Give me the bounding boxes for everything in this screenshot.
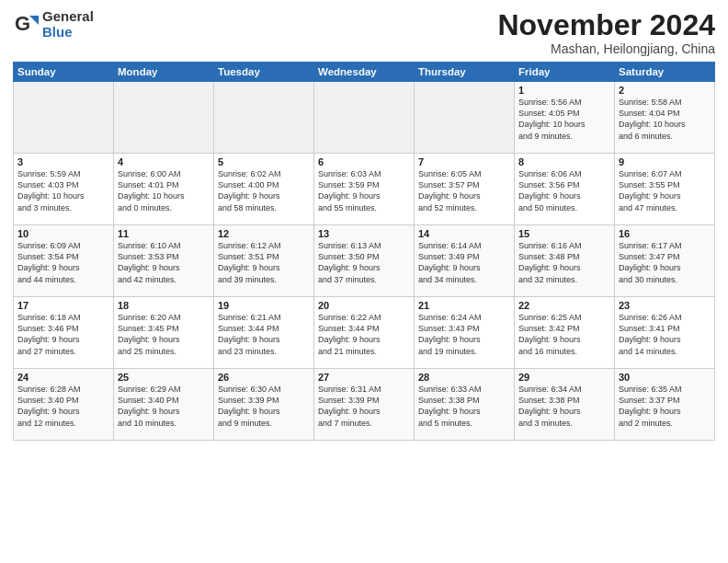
day-number: 14 [418, 228, 510, 239]
day-info: Sunrise: 6:16 AM Sunset: 3:48 PM Dayligh… [518, 240, 610, 285]
weekday-header-wednesday: Wednesday [314, 63, 415, 82]
day-number: 30 [619, 372, 711, 383]
calendar-cell [14, 82, 114, 154]
calendar-cell: 6Sunrise: 6:03 AM Sunset: 3:59 PM Daylig… [314, 154, 415, 225]
page-header: G General Blue November 2024 Mashan, Hei… [13, 9, 715, 56]
day-number: 13 [318, 228, 410, 239]
day-info: Sunrise: 6:20 AM Sunset: 3:45 PM Dayligh… [118, 312, 210, 357]
calendar-cell: 15Sunrise: 6:16 AM Sunset: 3:48 PM Dayli… [515, 225, 615, 297]
calendar-cell: 14Sunrise: 6:14 AM Sunset: 3:49 PM Dayli… [415, 225, 515, 297]
day-info: Sunrise: 5:59 AM Sunset: 4:03 PM Dayligh… [17, 168, 109, 213]
day-number: 12 [218, 228, 310, 239]
weekday-header-thursday: Thursday [415, 63, 515, 82]
calendar-cell: 2Sunrise: 5:58 AM Sunset: 4:04 PM Daylig… [615, 82, 715, 154]
day-number: 19 [218, 300, 310, 311]
calendar-cell: 25Sunrise: 6:29 AM Sunset: 3:40 PM Dayli… [114, 369, 214, 441]
day-info: Sunrise: 6:30 AM Sunset: 3:39 PM Dayligh… [218, 384, 310, 429]
month-title: November 2024 [497, 9, 715, 41]
day-number: 27 [318, 372, 410, 383]
day-info: Sunrise: 6:05 AM Sunset: 3:57 PM Dayligh… [418, 168, 510, 213]
calendar-cell: 23Sunrise: 6:26 AM Sunset: 3:41 PM Dayli… [615, 297, 715, 369]
weekday-header-row: SundayMondayTuesdayWednesdayThursdayFrid… [14, 63, 715, 82]
calendar-week-2: 3Sunrise: 5:59 AM Sunset: 4:03 PM Daylig… [14, 154, 715, 225]
day-number: 20 [318, 300, 410, 311]
day-number: 8 [518, 156, 610, 167]
calendar-cell: 22Sunrise: 6:25 AM Sunset: 3:42 PM Dayli… [515, 297, 615, 369]
calendar-week-4: 17Sunrise: 6:18 AM Sunset: 3:46 PM Dayli… [14, 297, 715, 369]
calendar-week-1: 1Sunrise: 5:56 AM Sunset: 4:05 PM Daylig… [14, 82, 715, 154]
calendar-cell: 16Sunrise: 6:17 AM Sunset: 3:47 PM Dayli… [615, 225, 715, 297]
logo-general-text: General [42, 9, 94, 25]
svg-text:G: G [15, 12, 30, 35]
location-subtitle: Mashan, Heilongjiang, China [497, 41, 715, 56]
day-info: Sunrise: 6:02 AM Sunset: 4:00 PM Dayligh… [218, 168, 310, 213]
weekday-header-tuesday: Tuesday [214, 63, 314, 82]
calendar-cell: 30Sunrise: 6:35 AM Sunset: 3:37 PM Dayli… [615, 369, 715, 441]
calendar-cell: 21Sunrise: 6:24 AM Sunset: 3:43 PM Dayli… [415, 297, 515, 369]
day-info: Sunrise: 6:14 AM Sunset: 3:49 PM Dayligh… [418, 240, 510, 285]
day-info: Sunrise: 6:26 AM Sunset: 3:41 PM Dayligh… [619, 312, 711, 357]
calendar-cell: 28Sunrise: 6:33 AM Sunset: 3:38 PM Dayli… [415, 369, 515, 441]
title-block: November 2024 Mashan, Heilongjiang, Chin… [497, 9, 715, 56]
calendar-week-3: 10Sunrise: 6:09 AM Sunset: 3:54 PM Dayli… [14, 225, 715, 297]
day-info: Sunrise: 6:06 AM Sunset: 3:56 PM Dayligh… [518, 168, 610, 213]
svg-marker-1 [29, 16, 39, 25]
day-number: 23 [619, 300, 711, 311]
day-info: Sunrise: 6:00 AM Sunset: 4:01 PM Dayligh… [118, 168, 210, 213]
logo: G General Blue [13, 9, 94, 40]
calendar-cell: 12Sunrise: 6:12 AM Sunset: 3:51 PM Dayli… [214, 225, 314, 297]
weekday-header-monday: Monday [114, 63, 214, 82]
day-info: Sunrise: 6:31 AM Sunset: 3:39 PM Dayligh… [318, 384, 410, 429]
day-number: 28 [418, 372, 510, 383]
day-number: 29 [518, 372, 610, 383]
day-number: 6 [318, 156, 410, 167]
day-info: Sunrise: 6:29 AM Sunset: 3:40 PM Dayligh… [118, 384, 210, 429]
day-info: Sunrise: 6:17 AM Sunset: 3:47 PM Dayligh… [619, 240, 711, 285]
day-info: Sunrise: 5:58 AM Sunset: 4:04 PM Dayligh… [619, 97, 711, 142]
day-number: 26 [218, 372, 310, 383]
calendar-cell: 19Sunrise: 6:21 AM Sunset: 3:44 PM Dayli… [214, 297, 314, 369]
day-number: 16 [619, 228, 711, 239]
day-number: 4 [118, 156, 210, 167]
day-number: 17 [17, 300, 109, 311]
calendar-cell: 24Sunrise: 6:28 AM Sunset: 3:40 PM Dayli… [14, 369, 114, 441]
day-number: 1 [518, 85, 610, 96]
day-number: 2 [619, 85, 711, 96]
day-info: Sunrise: 6:35 AM Sunset: 3:37 PM Dayligh… [619, 384, 711, 429]
weekday-header-friday: Friday [515, 63, 615, 82]
day-info: Sunrise: 5:56 AM Sunset: 4:05 PM Dayligh… [518, 97, 610, 142]
day-info: Sunrise: 6:09 AM Sunset: 3:54 PM Dayligh… [17, 240, 109, 285]
calendar-cell: 11Sunrise: 6:10 AM Sunset: 3:53 PM Dayli… [114, 225, 214, 297]
calendar-cell: 13Sunrise: 6:13 AM Sunset: 3:50 PM Dayli… [314, 225, 415, 297]
calendar-week-5: 24Sunrise: 6:28 AM Sunset: 3:40 PM Dayli… [14, 369, 715, 441]
calendar-cell: 17Sunrise: 6:18 AM Sunset: 3:46 PM Dayli… [14, 297, 114, 369]
day-number: 3 [17, 156, 109, 167]
calendar-cell: 20Sunrise: 6:22 AM Sunset: 3:44 PM Dayli… [314, 297, 415, 369]
calendar-cell: 29Sunrise: 6:34 AM Sunset: 3:38 PM Dayli… [515, 369, 615, 441]
calendar-cell: 3Sunrise: 5:59 AM Sunset: 4:03 PM Daylig… [14, 154, 114, 225]
day-info: Sunrise: 6:10 AM Sunset: 3:53 PM Dayligh… [118, 240, 210, 285]
day-info: Sunrise: 6:22 AM Sunset: 3:44 PM Dayligh… [318, 312, 410, 357]
day-info: Sunrise: 6:33 AM Sunset: 3:38 PM Dayligh… [418, 384, 510, 429]
day-number: 22 [518, 300, 610, 311]
calendar-cell: 4Sunrise: 6:00 AM Sunset: 4:01 PM Daylig… [114, 154, 214, 225]
calendar-table: SundayMondayTuesdayWednesdayThursdayFrid… [13, 62, 715, 441]
day-number: 5 [218, 156, 310, 167]
day-number: 11 [118, 228, 210, 239]
calendar-cell [114, 82, 214, 154]
day-info: Sunrise: 6:13 AM Sunset: 3:50 PM Dayligh… [318, 240, 410, 285]
calendar-cell: 27Sunrise: 6:31 AM Sunset: 3:39 PM Dayli… [314, 369, 415, 441]
day-info: Sunrise: 6:21 AM Sunset: 3:44 PM Dayligh… [218, 312, 310, 357]
day-info: Sunrise: 6:18 AM Sunset: 3:46 PM Dayligh… [17, 312, 109, 357]
day-number: 15 [518, 228, 610, 239]
calendar-cell [415, 82, 515, 154]
calendar-cell: 5Sunrise: 6:02 AM Sunset: 4:00 PM Daylig… [214, 154, 314, 225]
day-info: Sunrise: 6:34 AM Sunset: 3:38 PM Dayligh… [518, 384, 610, 429]
day-info: Sunrise: 6:12 AM Sunset: 3:51 PM Dayligh… [218, 240, 310, 285]
calendar-cell [314, 82, 415, 154]
day-number: 18 [118, 300, 210, 311]
calendar-cell: 9Sunrise: 6:07 AM Sunset: 3:55 PM Daylig… [615, 154, 715, 225]
day-number: 25 [118, 372, 210, 383]
calendar-cell: 8Sunrise: 6:06 AM Sunset: 3:56 PM Daylig… [515, 154, 615, 225]
day-info: Sunrise: 6:25 AM Sunset: 3:42 PM Dayligh… [518, 312, 610, 357]
